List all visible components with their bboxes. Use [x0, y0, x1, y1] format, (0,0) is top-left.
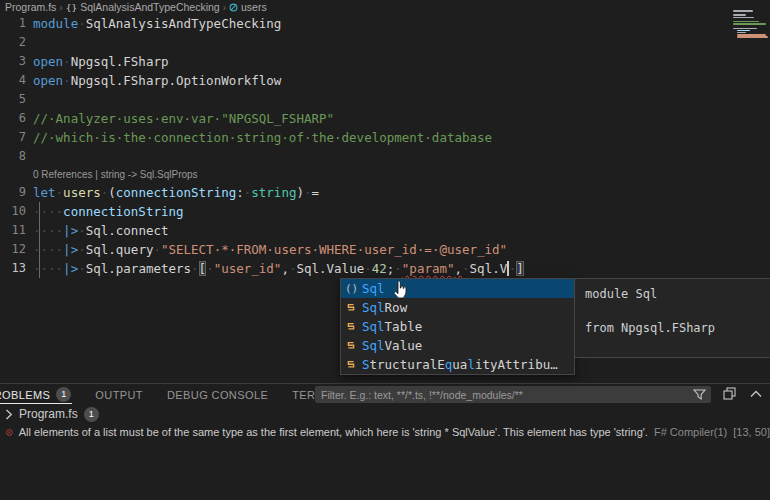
code-token: Sql.connect — [86, 223, 169, 238]
breadcrumb: Program.fs › {} SqlAnalysisAndTypeChecki… — [0, 0, 770, 14]
indent-guide — [39, 202, 40, 278]
code-token: : — [236, 185, 244, 200]
vscode-window: Program.fs › {} SqlAnalysisAndTypeChecki… — [0, 0, 770, 500]
line-number: 5 — [0, 90, 26, 109]
problem-source: F# Compiler(1) — [654, 426, 727, 438]
class-icon — [345, 321, 362, 333]
code-token: · — [63, 54, 71, 69]
suggestion-label-part: l — [467, 357, 475, 372]
suggestion-label-part: Sql — [362, 300, 385, 315]
code-token: //·which·is·the·connection·string·of·the… — [33, 130, 492, 145]
code-line[interactable]: 7//·which·is·the·connection·string·of·th… — [0, 128, 770, 147]
breadcrumb-module-label: SqlAnalysisAndTypeChecking — [80, 1, 220, 13]
suggestion-item[interactable]: SqlRow — [341, 298, 574, 317]
code-token: · — [191, 261, 199, 276]
code-line[interactable]: 11····|>·Sql.connect — [0, 221, 770, 240]
code-token: ···· — [33, 242, 63, 257]
code-token: = — [312, 185, 320, 200]
tab-output[interactable]: OUTPUT — [83, 384, 155, 405]
code-token: , — [281, 261, 289, 276]
code-token: open — [33, 73, 63, 88]
line-number: 1 — [0, 14, 26, 33]
minimap-line — [733, 36, 769, 38]
suggestion-item[interactable]: StructuralEqualityAttribu… — [341, 355, 574, 374]
code-line[interactable]: 9let·users·(connectionString:·string)·= — [0, 183, 770, 202]
code-token: connectionString — [63, 204, 183, 219]
editor[interactable]: 1module·SqlAnalysisAndTypeChecking23open… — [0, 14, 770, 278]
line-number: 13 — [0, 259, 26, 278]
tab-label: PROBLEMS — [0, 389, 50, 401]
breadcrumb-module[interactable]: {} SqlAnalysisAndTypeChecking — [66, 1, 220, 13]
code-token: · — [63, 73, 71, 88]
suggestion-label-part: Row — [385, 300, 408, 315]
code-token: · — [206, 261, 214, 276]
line-number: 9 — [0, 183, 26, 202]
restore-panel-icon[interactable] — [723, 387, 736, 400]
code-token: string — [251, 185, 296, 200]
suggestion-label-part: Sql — [362, 319, 385, 334]
line-number: 4 — [0, 71, 26, 90]
tab-problems[interactable]: PROBLEMS1 — [0, 384, 83, 405]
expand-chevron-icon — [5, 409, 13, 420]
code-token: Sql.parameters — [86, 261, 191, 276]
filter-icon[interactable] — [693, 389, 706, 401]
code-line[interactable]: 13····|>·Sql.parameters·[·"user_id",·Sql… — [0, 259, 770, 278]
filter-input[interactable] — [315, 389, 693, 401]
suggestion-label-part: ua — [452, 357, 467, 372]
module-icon: () — [345, 282, 362, 295]
problem-row[interactable]: All elements of a list must be of the sa… — [0, 423, 770, 441]
tab-debug-console[interactable]: DEBUG CONSOLE — [155, 384, 280, 405]
line-number: 10 — [0, 202, 26, 221]
code-token: · — [78, 261, 86, 276]
problems-filter[interactable] — [315, 386, 711, 403]
suggestion-item[interactable]: SqlValue — [341, 336, 574, 355]
docs-title: module Sql — [585, 287, 770, 301]
code-line[interactable]: 3open·Npgsql.FSharp — [0, 52, 770, 71]
code-line[interactable]: 10····connectionString — [0, 202, 770, 221]
code-token: · — [462, 261, 470, 276]
chevron-right-icon: › — [59, 2, 62, 13]
suggest-docs-panel: module Sql from Npgsql.FSharp — [574, 278, 770, 358]
code-token: · — [153, 242, 161, 257]
code-token: · — [78, 223, 86, 238]
code-line[interactable]: 6//·Analyzer·uses·env·var·"NPGSQL_FSHARP… — [0, 109, 770, 128]
suggestion-label-part: Table — [385, 319, 423, 334]
suggestion-item[interactable]: ()Sql — [341, 279, 574, 298]
mouse-cursor-hand-icon — [393, 281, 407, 299]
tab-label: OUTPUT — [95, 389, 143, 401]
line-number: 7 — [0, 128, 26, 147]
code-line[interactable]: 5 — [0, 90, 770, 109]
problem-message: All elements of a list must be of the sa… — [19, 426, 648, 438]
minimap[interactable] — [733, 10, 769, 38]
code-token: "user_id" — [214, 261, 282, 276]
line-number: 12 — [0, 240, 26, 259]
bottom-panel: PROBLEMS1OUTPUTDEBUG CONSOLETERMINAL — [0, 383, 770, 500]
breadcrumb-file[interactable]: Program.fs — [5, 1, 56, 13]
code-token: users — [63, 185, 101, 200]
panel-tabbar: PROBLEMS1OUTPUTDEBUG CONSOLETERMINAL — [0, 384, 770, 405]
breadcrumb-symbol[interactable]: users — [229, 1, 267, 13]
class-icon — [345, 340, 362, 352]
codelens-reference[interactable]: 0 References | string -> Sql.SqlProps — [0, 166, 770, 183]
code-token: ( — [108, 185, 116, 200]
maximize-panel-icon[interactable] — [750, 389, 762, 398]
code-token: module — [33, 16, 78, 31]
code-token: Sql.query — [86, 242, 154, 257]
code-line[interactable]: 1module·SqlAnalysisAndTypeChecking — [0, 14, 770, 33]
suggestion-item[interactable]: SqlTable — [341, 317, 574, 336]
code-token: · — [364, 261, 372, 276]
code-line[interactable]: 2 — [0, 33, 770, 52]
problems-file-row[interactable]: Program.fs 1 — [0, 405, 770, 423]
line-number: 3 — [0, 52, 26, 71]
code-line[interactable]: 8 — [0, 147, 770, 166]
line-number: 8 — [0, 147, 26, 166]
problems-file-badge: 1 — [84, 407, 99, 422]
code-token: ···· — [33, 261, 63, 276]
code-token: ···· — [33, 204, 63, 219]
code-token: · — [78, 16, 86, 31]
code-line[interactable]: 12····|>·Sql.query·"SELECT·*·FROM·users·… — [0, 240, 770, 259]
panel-actions — [723, 387, 762, 400]
problem-position: [13, 50] — [733, 426, 770, 438]
code-token: "param" — [402, 261, 455, 276]
code-line[interactable]: 4open·Npgsql.FSharp.OptionWorkflow — [0, 71, 770, 90]
